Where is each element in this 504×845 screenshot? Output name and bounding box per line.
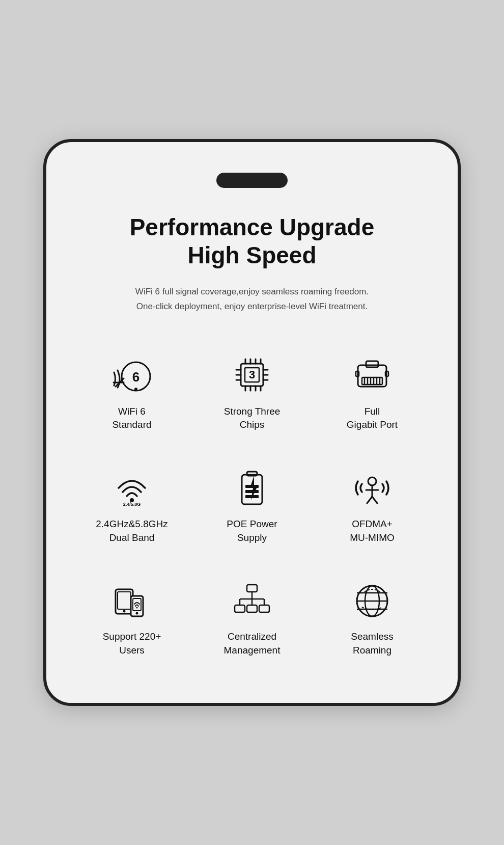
feature-chips: 3 — [192, 340, 312, 447]
feature-users-label: Support 220+Users — [103, 630, 161, 657]
feature-management: CentralizedManagement — [192, 565, 312, 672]
feature-ofdma-label: OFDMA+MU-MIMO — [350, 517, 395, 544]
dualband-icon: 2.4/5.8G — [109, 468, 155, 508]
svg-point-52 — [136, 607, 138, 608]
page-wrapper: Performance Upgrade High Speed WiFi 6 fu… — [0, 0, 504, 845]
main-title: Performance Upgrade High Speed — [67, 213, 437, 269]
svg-rect-37 — [247, 472, 257, 476]
svg-point-41 — [368, 477, 376, 485]
feature-chips-label: Strong ThreeChips — [224, 405, 281, 432]
svg-text:3: 3 — [249, 368, 255, 381]
svg-rect-31 — [366, 361, 378, 367]
feature-roaming: SeamlessRoaming — [312, 565, 432, 672]
feature-ofdma: OFDMA+MU-MIMO — [312, 452, 432, 560]
feature-users: Support 220+Users — [72, 565, 192, 672]
feature-gigabit-label: FullGigabit Port — [347, 405, 398, 432]
feature-roaming-label: SeamlessRoaming — [351, 630, 393, 657]
feature-wifi6-label: WiFi 6Standard — [112, 405, 151, 432]
svg-point-4 — [134, 388, 137, 391]
svg-rect-53 — [247, 585, 257, 592]
svg-rect-39 — [245, 490, 259, 493]
management-icon — [229, 580, 275, 621]
feature-dualband-label: 2.4GHz&5.8GHzDual Band — [96, 517, 168, 544]
subtitle: WiFi 6 full signal coverage,enjoy seamle… — [67, 285, 437, 314]
feature-wifi6: 6 WiFi 6Standard — [72, 340, 192, 447]
features-grid: 6 WiFi 6Standard 3 — [67, 340, 437, 673]
svg-rect-47 — [118, 592, 131, 609]
svg-line-44 — [367, 497, 372, 503]
feature-dualband: 2.4/5.8G 2.4GHz&5.8GHzDual Band — [72, 452, 192, 560]
users-icon — [109, 580, 155, 621]
svg-text:6: 6 — [132, 369, 139, 385]
svg-rect-60 — [247, 605, 257, 612]
svg-rect-36 — [242, 475, 262, 504]
roaming-icon — [349, 580, 395, 621]
svg-point-51 — [136, 612, 138, 614]
feature-poe-label: POE PowerSupply — [227, 517, 277, 544]
phone-notch — [216, 173, 288, 188]
feature-poe: POE PowerSupply — [192, 452, 312, 560]
feature-management-label: CentralizedManagement — [224, 630, 281, 657]
phone-frame: Performance Upgrade High Speed WiFi 6 fu… — [43, 139, 461, 706]
svg-rect-61 — [259, 605, 269, 612]
svg-rect-59 — [235, 605, 245, 612]
port-icon — [349, 355, 395, 396]
poe-icon — [229, 468, 275, 508]
svg-point-48 — [123, 610, 126, 612]
feature-gigabit: FullGigabit Port — [312, 340, 432, 447]
wifi6-icon: 6 — [109, 355, 155, 396]
svg-line-45 — [372, 497, 377, 503]
svg-text:2.4/5.8G: 2.4/5.8G — [123, 502, 141, 507]
ofdma-icon — [349, 468, 395, 508]
chip-icon: 3 — [229, 355, 275, 396]
